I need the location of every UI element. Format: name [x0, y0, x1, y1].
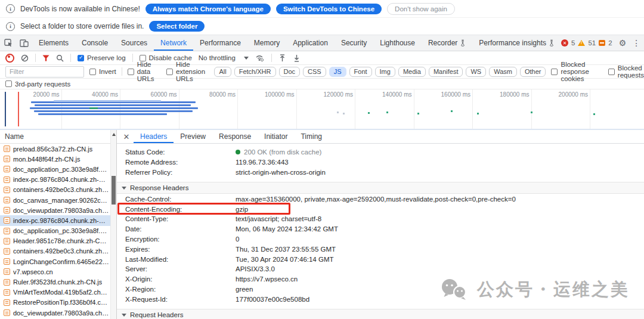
collapse-triangle-icon: [122, 187, 126, 190]
scroll-up-arrow-icon[interactable]: [112, 133, 116, 136]
hide-extension-urls-toggle[interactable]: Hide extension URLs: [166, 61, 209, 82]
request-row[interactable]: Ruler.9f3523fd.chunk.zh-CN.js: [0, 277, 110, 287]
chip-wasm[interactable]: Wasm: [489, 67, 517, 77]
preserve-log-checkbox[interactable]: [78, 55, 84, 61]
response-header-row: Cache-Control:max-age=315360000, private…: [117, 194, 644, 204]
chip-all[interactable]: All: [214, 67, 231, 77]
error-count[interactable]: 5: [571, 39, 575, 47]
third-party-checkbox[interactable]: [5, 80, 12, 87]
response-header-row: Content-Encoding:gzip: [117, 204, 644, 214]
tab-label: Performance: [200, 39, 241, 47]
request-row[interactable]: doc_application_pc.303e9a8f.chun...: [0, 226, 110, 236]
chip-ws[interactable]: WS: [466, 67, 486, 77]
chip-manifest[interactable]: Manifest: [429, 67, 463, 77]
device-toolbar-icon[interactable]: [16, 35, 32, 51]
settings-gear-icon[interactable]: ⚙: [616, 38, 630, 48]
chip-img[interactable]: Img: [375, 67, 395, 77]
chip-fetch-xhr[interactable]: Fetch/XHR: [234, 67, 276, 77]
tab-performance-insights[interactable]: Performance insights: [472, 35, 561, 51]
close-details-icon[interactable]: ✕: [119, 132, 134, 141]
tab-lighthouse[interactable]: Lighthouse: [373, 35, 422, 51]
switch-to-chinese-button[interactable]: Switch DevTools to Chinese: [276, 4, 382, 14]
filter-input[interactable]: [5, 66, 84, 78]
disable-cache-checkbox[interactable]: [140, 55, 146, 61]
dont-show-again-button[interactable]: Don't show again: [387, 3, 455, 15]
chip-font[interactable]: Font: [349, 67, 372, 77]
chip-doc[interactable]: Doc: [279, 67, 301, 77]
name-column-header[interactable]: Name: [0, 130, 116, 144]
chip-media[interactable]: Media: [398, 67, 426, 77]
watermark: 公众号・运维之美: [440, 278, 630, 302]
error-badge-icon[interactable]: ✕: [561, 39, 568, 47]
tab-memory[interactable]: Memory: [247, 35, 286, 51]
warning-badge-icon[interactable]: [578, 40, 585, 46]
tab-sources[interactable]: Sources: [114, 35, 154, 51]
match-chrome-language-button[interactable]: Always match Chrome's language: [145, 4, 271, 14]
request-row[interactable]: index-pc.9876c804.chunk.zh-CN.js: [0, 215, 110, 225]
issue-count[interactable]: 2: [608, 39, 612, 47]
blocked-requests-checkbox[interactable]: [608, 69, 615, 75]
request-row[interactable]: doc_viewupdater.79803a9a.chunk....: [0, 308, 110, 318]
request-headers-section-header[interactable]: Request Headers: [117, 309, 644, 319]
general-row: Status Code:200 OK (from disk cache): [117, 147, 644, 157]
search-icon[interactable]: [56, 54, 64, 62]
import-har-icon[interactable]: [278, 54, 286, 62]
tab-security[interactable]: Security: [335, 35, 373, 51]
details-tab-headers[interactable]: Headers: [134, 130, 174, 143]
request-name: containers.492be0c3.chunk.zh-CN.js: [13, 247, 109, 255]
tab-application[interactable]: Application: [286, 35, 335, 51]
request-row[interactable]: doc_viewupdater.79803a9a.chunk....: [0, 205, 110, 215]
details-tab-preview[interactable]: Preview: [174, 130, 212, 143]
tab-elements[interactable]: Elements: [32, 35, 75, 51]
invert-toggle[interactable]: Invert: [89, 68, 116, 75]
chip-css[interactable]: CSS: [303, 67, 326, 77]
details-tab-timing[interactable]: Timing: [294, 130, 329, 143]
header-value: max-age=315360000, private,max-age=25920…: [236, 196, 516, 203]
chip-other[interactable]: Other: [520, 67, 546, 77]
hide-data-urls-checkbox[interactable]: [128, 69, 134, 75]
tab-recorder[interactable]: Recorder: [422, 35, 472, 51]
request-row[interactable]: containers.492be0c3.chunk.zh-CN.js: [0, 246, 110, 256]
request-row[interactable]: doc_application_pc.303e9a8f.chun...: [0, 164, 110, 174]
request-row[interactable]: Header.9851c78e.chunk.zh-CN.js: [0, 236, 110, 246]
tab-network[interactable]: Network: [154, 35, 193, 51]
details-tab-initiator[interactable]: Initiator: [258, 130, 294, 143]
tab-performance[interactable]: Performance: [193, 35, 247, 51]
network-overview-timeline[interactable]: 20000 ms40000 ms60000 ms80000 ms100000 m…: [0, 89, 644, 130]
inspect-element-icon[interactable]: [0, 35, 16, 51]
blocked-requests-toggle[interactable]: Blocked requests: [608, 64, 644, 79]
export-har-icon[interactable]: [293, 54, 301, 62]
hide-extension-urls-checkbox[interactable]: [166, 69, 173, 75]
chip-js[interactable]: JS: [329, 67, 346, 77]
request-name: VmlArtTextModal.419b5af2.chunk....: [13, 289, 109, 296]
request-row[interactable]: index-pc.9876c804.chunk.zh-CN.js: [0, 175, 110, 185]
request-row[interactable]: doc_canvas_manager.90262c38.ch...: [0, 195, 110, 205]
response-headers-section-header[interactable]: Response Headers: [117, 182, 644, 194]
request-row[interactable]: containers.492be0c3.chunk.zh-CN.js: [0, 185, 110, 195]
select-folder-button[interactable]: Select folder: [149, 21, 205, 32]
request-list-scrollbar[interactable]: [110, 130, 116, 319]
record-icon[interactable]: [5, 54, 14, 63]
request-row[interactable]: LoginChangeConfirm.6465e22a.ch...: [0, 256, 110, 267]
clear-icon[interactable]: [21, 54, 29, 62]
scrollbar-thumb[interactable]: [112, 176, 116, 205]
request-row[interactable]: VmlArtTextModal.419b5af2.chunk....: [0, 287, 110, 298]
issues-badge-icon[interactable]: [599, 40, 605, 46]
request-row[interactable]: preload.856c3a72.zh-CN.js: [0, 144, 110, 154]
invert-checkbox[interactable]: [89, 69, 96, 75]
filter-funnel-icon[interactable]: [42, 55, 49, 61]
hide-data-urls-toggle[interactable]: Hide data URLs: [128, 61, 161, 82]
network-conditions-icon[interactable]: [255, 54, 265, 61]
warning-count[interactable]: 51: [588, 39, 596, 47]
tab-console[interactable]: Console: [75, 35, 114, 51]
request-row[interactable]: RestorePositionTip.f336b0f4.chunk...: [0, 298, 110, 308]
blocked-cookies-checkbox[interactable]: [551, 69, 558, 75]
preserve-log-toggle[interactable]: Preserve log: [78, 54, 126, 61]
third-party-toggle[interactable]: 3rd-party requests: [5, 80, 70, 88]
details-tab-response[interactable]: Response: [212, 130, 258, 143]
request-row[interactable]: mon.b448f64f.zh-CN.js: [0, 154, 110, 164]
request-row[interactable]: v7.wpseco.cn: [0, 267, 110, 277]
overrides-banner-text: Select a folder to store override files …: [20, 22, 144, 30]
blocked-cookies-toggle[interactable]: Blocked response cookies: [551, 61, 602, 82]
kebab-menu-icon[interactable]: ⋮: [629, 38, 643, 48]
